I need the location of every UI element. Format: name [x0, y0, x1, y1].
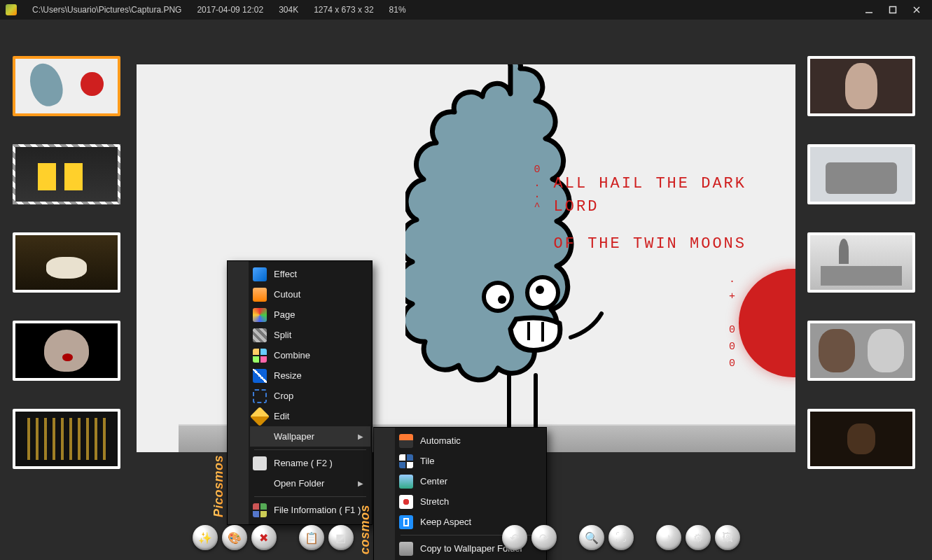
tool-delete-button[interactable]: ✖ — [251, 525, 277, 550]
menu-item-label: Wallpaper — [274, 431, 351, 442]
thumbnail[interactable] — [13, 232, 120, 293]
maximize-button[interactable] — [886, 3, 900, 17]
image-caption: 0 ..^ ALL HAIL THE DARK LORD OF THE TWIN… — [534, 162, 746, 255]
caption-line: ALL HAIL THE DARK — [554, 172, 746, 195]
menu-item-label: File Information ( F1 ) — [274, 505, 363, 515]
menu-item-cutout[interactable]: Cutout — [250, 284, 370, 304]
thumbnail[interactable] — [807, 56, 915, 116]
caption-line: OF THE TWIN MOONS — [554, 232, 746, 255]
menu-item-stretch[interactable]: Stretch — [396, 491, 545, 512]
app-icon — [6, 4, 17, 15]
image-dimensions: 1274 x 673 x 32 — [314, 5, 373, 15]
edit-icon — [250, 406, 270, 426]
cartoon-character — [405, 64, 615, 451]
thumbnail[interactable] — [13, 409, 120, 469]
thumbnail-strip-right — [807, 56, 919, 469]
brand-label: Picosmos — [211, 455, 226, 522]
menu-item-label: Page — [274, 309, 363, 320]
menu-item-combine[interactable]: Combine — [250, 345, 370, 365]
tool-music-button[interactable]: ♪ — [656, 525, 681, 550]
zoom-level: 81% — [389, 5, 406, 15]
effect-icon — [253, 267, 267, 281]
menu-item-split[interactable]: Split — [250, 325, 370, 345]
thumbnail[interactable] — [807, 144, 915, 204]
thumbnail[interactable] — [807, 321, 915, 381]
blank-icon — [253, 430, 267, 444]
tool-rotate-left-button[interactable]: ↶ — [502, 525, 527, 550]
menu-item-tile[interactable]: Tile — [396, 451, 545, 471]
svg-rect-1 — [890, 7, 896, 13]
close-button[interactable] — [910, 3, 924, 17]
menu-item-open-folder[interactable]: Open Folder▶ — [250, 473, 370, 493]
menu-item-edit[interactable]: Edit — [250, 406, 370, 426]
menu-item-crop[interactable]: Crop — [250, 386, 370, 406]
menu-item-label: Rename ( F2 ) — [274, 458, 363, 468]
menu-item-label: Automatic — [420, 435, 538, 446]
split-icon — [253, 328, 267, 342]
tool-zoom-fit-button[interactable]: ⛶ — [608, 525, 634, 550]
cutout-icon — [253, 288, 267, 302]
menu-item-label: Split — [274, 330, 363, 340]
menu-item-label: Resize — [274, 370, 363, 381]
menu-item-label: Center — [420, 476, 538, 486]
bottom-toolbar: ✨ 🎨 ✖ 📋 ◩ ↶ ↷ 🔍 ⛶ ♪ ⚙ 🖼 — [193, 525, 740, 550]
menu-item-effect[interactable]: Effect — [250, 264, 370, 284]
rename-icon — [253, 456, 267, 470]
caption-marker: 000 — [729, 322, 735, 372]
file-datetime: 2017-04-09 12:02 — [197, 5, 263, 15]
submenu-arrow-icon: ▶ — [358, 433, 363, 440]
menu-item-resize[interactable]: Resize — [250, 365, 370, 386]
caption-line: LORD — [554, 195, 746, 218]
tool-color-button[interactable]: 🎨 — [222, 525, 247, 550]
menu-item-automatic[interactable]: Automatic — [396, 430, 545, 451]
thumbnail[interactable] — [807, 409, 915, 469]
svg-point-6 — [498, 295, 506, 304]
menu-item-file-information-f1[interactable]: File Information ( F1 ) — [250, 500, 370, 520]
center-icon — [399, 475, 413, 489]
auto-icon — [399, 434, 413, 448]
stretch-icon — [399, 495, 413, 509]
svg-point-7 — [536, 286, 544, 294]
resize-icon — [253, 369, 267, 383]
context-menu[interactable]: Picosmos EffectCutoutPageSplitCombineRes… — [227, 260, 373, 525]
tool-crop-button[interactable]: ◩ — [328, 525, 354, 550]
menu-item-label: Tile — [420, 456, 538, 466]
menu-item-center[interactable]: Center — [396, 471, 545, 491]
svg-point-4 — [484, 283, 512, 311]
thumbnail[interactable] — [13, 321, 120, 381]
menu-item-label: Effect — [274, 269, 363, 279]
menu-item-label: Cutout — [274, 289, 363, 300]
menu-item-label: Stretch — [420, 496, 538, 507]
thumbnail-strip-left — [13, 56, 125, 469]
menu-item-label: Open Folder — [274, 478, 351, 489]
tool-settings-button[interactable]: ⚙ — [686, 525, 711, 550]
page-icon — [253, 308, 267, 322]
thumbnail[interactable] — [13, 144, 120, 204]
minimize-button[interactable] — [862, 3, 876, 17]
tool-zoom-in-button[interactable]: 🔍 — [579, 525, 604, 550]
tool-copy-button[interactable]: 📋 — [299, 525, 324, 550]
menu-item-page[interactable]: Page — [250, 304, 370, 325]
thumbnail[interactable] — [807, 232, 915, 293]
combine-icon — [253, 349, 267, 363]
menu-item-rename-f2[interactable]: Rename ( F2 ) — [250, 453, 370, 473]
tool-rotate-right-button[interactable]: ↷ — [531, 525, 557, 550]
tool-effects-button[interactable]: ✨ — [193, 525, 218, 550]
file-path: C:\Users\Usuario\Pictures\Captura.PNG — [32, 5, 181, 15]
titlebar: C:\Users\Usuario\Pictures\Captura.PNG 20… — [0, 0, 932, 20]
menu-item-wallpaper[interactable]: Wallpaper▶ — [250, 426, 370, 447]
submenu-arrow-icon: ▶ — [358, 479, 363, 487]
thumbnail-current[interactable] — [13, 56, 120, 116]
tile-icon — [399, 454, 413, 468]
blank-icon — [253, 477, 267, 491]
red-circle — [739, 269, 795, 377]
tool-wallpaper-button[interactable]: 🖼 — [715, 525, 740, 550]
menu-item-label: Combine — [274, 350, 363, 360]
file-size: 304K — [279, 5, 298, 15]
multi-icon — [253, 503, 267, 517]
caption-marker: .+ — [729, 272, 735, 305]
crop-icon — [253, 389, 267, 403]
menu-item-label: Edit — [274, 411, 363, 421]
menu-item-label: Crop — [274, 391, 363, 401]
